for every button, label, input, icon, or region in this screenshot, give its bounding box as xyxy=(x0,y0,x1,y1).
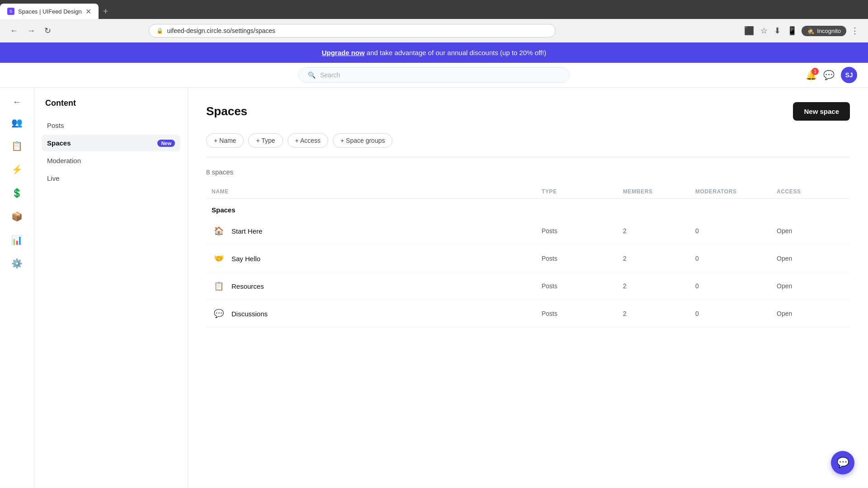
members-say-hello: 2 xyxy=(623,255,695,262)
filter-type-btn[interactable]: + Type xyxy=(248,133,283,148)
messages-btn[interactable]: 💬 xyxy=(823,70,835,80)
forward-btn[interactable]: → xyxy=(24,24,38,38)
space-name-discussions: Discussions xyxy=(231,310,268,318)
moderators-start-here: 0 xyxy=(695,227,777,235)
device-btn[interactable]: 📱 xyxy=(785,24,799,38)
page-title: Spaces xyxy=(206,104,247,118)
chart-icon-btn[interactable]: 📊 xyxy=(7,230,27,250)
url-text: uifeed-design.circle.so/settings/spaces xyxy=(167,27,275,34)
search-placeholder: Search xyxy=(320,71,340,79)
header-members: MEMBERS xyxy=(623,188,695,195)
dollar-icon: 💲 xyxy=(11,188,23,198)
filter-access-btn[interactable]: + Access xyxy=(288,133,328,148)
incognito-label: Incognito xyxy=(817,28,841,34)
access-say-hello: Open xyxy=(777,255,844,262)
table-header: NAME TYPE MEMBERS MODERATORS ACCESS xyxy=(206,185,850,199)
top-bar: 🔍 Search 🔔 1 💬 SJ xyxy=(0,63,868,88)
space-name-cell: 🤝 Say Hello xyxy=(212,251,542,266)
chat-bubble-icon: 💬 xyxy=(837,457,849,469)
members-resources: 2 xyxy=(623,282,695,290)
table-row[interactable]: 💬 Discussions Posts 2 0 Open xyxy=(206,300,850,328)
chat-bubble-btn[interactable]: 💬 xyxy=(831,451,854,474)
tab-favicon: S xyxy=(7,8,14,15)
sidebar-item-spaces[interactable]: Spaces New xyxy=(42,135,180,151)
clipboard-icon-btn[interactable]: 📋 xyxy=(7,136,27,156)
icon-sidebar: ← 👥 📋 ⚡ 💲 📦 📊 ⚙️ xyxy=(0,88,34,488)
posts-label: Posts xyxy=(47,122,64,129)
sidebar-item-moderation[interactable]: Moderation xyxy=(42,152,180,169)
banner-text: and take advantage of our annual discoun… xyxy=(365,49,547,56)
filter-space-groups-btn[interactable]: + Space groups xyxy=(333,133,392,148)
search-icon: 🔍 xyxy=(308,71,316,79)
star-btn[interactable]: ☆ xyxy=(759,24,769,38)
space-name-resources: Resources xyxy=(231,282,264,290)
space-name-cell: 🏠 Start Here xyxy=(212,224,542,238)
dollar-icon-btn[interactable]: 💲 xyxy=(7,183,27,203)
live-label: Live xyxy=(47,174,60,182)
moderators-say-hello: 0 xyxy=(695,255,777,262)
access-start-here: Open xyxy=(777,227,844,235)
space-name-cell: 📋 Resources xyxy=(212,279,542,293)
box-icon-btn[interactable]: 📦 xyxy=(7,206,27,226)
spaces-page: Spaces New space + Name + Type + Access … xyxy=(188,88,868,342)
spaces-table: NAME TYPE MEMBERS MODERATORS ACCESS Spac… xyxy=(206,185,850,328)
space-icon-start-here: 🏠 xyxy=(212,224,226,238)
table-row[interactable]: 📋 Resources Posts 2 0 Open xyxy=(206,272,850,300)
members-discussions: 2 xyxy=(623,310,695,317)
main-content: Spaces New space + Name + Type + Access … xyxy=(188,88,868,488)
back-btn[interactable]: ← xyxy=(7,24,21,38)
lock-icon: 🔒 xyxy=(156,28,163,34)
chart-icon: 📊 xyxy=(11,235,23,245)
box-icon: 📦 xyxy=(11,211,23,222)
browser-tab[interactable]: S Spaces | UIFeed Design ✕ xyxy=(0,4,99,19)
type-start-here: Posts xyxy=(542,227,623,235)
lightning-icon-btn[interactable]: ⚡ xyxy=(7,160,27,179)
upgrade-link[interactable]: Upgrade now xyxy=(322,49,365,56)
sidebar-item-posts[interactable]: Posts xyxy=(42,117,180,134)
tab-title: Spaces | UIFeed Design xyxy=(18,8,82,15)
avatar[interactable]: SJ xyxy=(841,67,857,83)
space-icon-resources: 📋 xyxy=(212,279,226,293)
reload-btn[interactable]: ↻ xyxy=(42,24,54,38)
group-spaces-label: Spaces xyxy=(206,199,850,217)
settings-icon: ⚙️ xyxy=(11,258,23,269)
type-say-hello: Posts xyxy=(542,255,623,262)
upgrade-banner: Upgrade now and take advantage of our an… xyxy=(0,42,868,63)
new-space-button[interactable]: New space xyxy=(793,102,850,121)
type-discussions: Posts xyxy=(542,310,623,317)
table-row[interactable]: 🤝 Say Hello Posts 2 0 Open xyxy=(206,245,850,272)
lens-btn[interactable]: ⬛ xyxy=(742,24,756,38)
users-icon: 👥 xyxy=(11,117,23,128)
incognito-icon: 🕵 xyxy=(807,28,814,34)
download-btn[interactable]: ⬇ xyxy=(772,24,783,38)
header-moderators: MODERATORS xyxy=(695,188,777,195)
spaces-label: Spaces xyxy=(47,139,71,147)
address-bar[interactable]: 🔒 uifeed-design.circle.so/settings/space… xyxy=(149,24,556,38)
spaces-count: 8 spaces xyxy=(206,168,850,176)
space-name-say-hello: Say Hello xyxy=(231,255,260,263)
new-tab-btn[interactable]: + xyxy=(99,4,113,19)
header-name: NAME xyxy=(212,188,542,195)
space-name-start-here: Start Here xyxy=(231,227,262,235)
type-resources: Posts xyxy=(542,282,623,290)
members-start-here: 2 xyxy=(623,227,695,235)
header-access: ACCESS xyxy=(777,188,844,195)
notification-btn[interactable]: 🔔 1 xyxy=(806,70,817,80)
menu-btn[interactable]: ⋮ xyxy=(849,24,861,38)
table-row[interactable]: 🏠 Start Here Posts 2 0 Open xyxy=(206,217,850,245)
settings-icon-btn[interactable]: ⚙️ xyxy=(7,253,27,273)
incognito-badge[interactable]: 🕵 Incognito xyxy=(802,26,846,36)
content-sidebar: Content Posts Spaces New Moderation Live xyxy=(34,88,188,488)
filter-name-btn[interactable]: + Name xyxy=(206,133,244,148)
tab-close-btn[interactable]: ✕ xyxy=(85,7,91,16)
header-type: TYPE xyxy=(542,188,623,195)
space-icon-discussions: 💬 xyxy=(212,306,226,321)
users-icon-btn[interactable]: 👥 xyxy=(7,113,27,132)
sidebar-item-live[interactable]: Live xyxy=(42,170,180,187)
lightning-icon: ⚡ xyxy=(11,164,23,175)
back-nav-btn[interactable]: ← xyxy=(11,95,24,109)
search-bar[interactable]: 🔍 Search xyxy=(298,67,570,83)
filters-bar: + Name + Type + Access + Space groups xyxy=(206,133,850,157)
access-resources: Open xyxy=(777,282,844,290)
sidebar-title: Content xyxy=(42,99,180,108)
